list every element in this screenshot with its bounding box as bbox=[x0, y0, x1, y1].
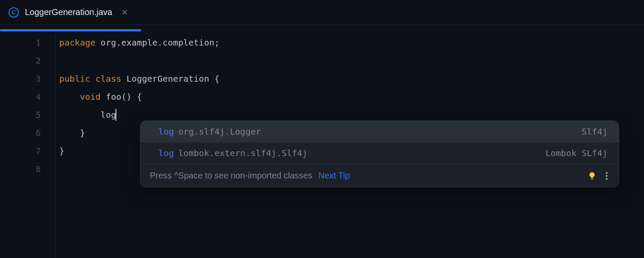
completion-item-tail: Lombok SLf4j bbox=[546, 142, 608, 164]
class-file-icon: C bbox=[9, 7, 19, 18]
completion-item-key: log bbox=[158, 121, 174, 142]
completion-item-key: log bbox=[158, 142, 174, 164]
completion-hint: Press ^Space to see non-imported classes bbox=[150, 171, 312, 181]
more-options-icon[interactable] bbox=[602, 171, 611, 181]
line-number-gutter: 1 2 3 4 5 6 7 8 bbox=[0, 34, 56, 258]
completion-footer: Press ^Space to see non-imported classes… bbox=[140, 164, 619, 187]
completion-popup: log org.slf4j.Logger Slf4j log lombok.ex… bbox=[140, 120, 619, 187]
code-line: public class LoggerGeneration { bbox=[59, 70, 644, 88]
line-number: 7 bbox=[0, 142, 41, 160]
tab-bar: C LoggerGeneration.java ✕ bbox=[0, 0, 644, 25]
next-tip-link[interactable]: Next Tip bbox=[318, 171, 349, 181]
close-tab-icon[interactable]: ✕ bbox=[121, 9, 128, 16]
completion-item[interactable]: log lombok.extern.slf4j.Slf4j Lombok SLf… bbox=[140, 142, 619, 164]
text-caret bbox=[115, 109, 116, 121]
code-editor[interactable]: 1 2 3 4 5 6 7 8 package org.example.comp… bbox=[0, 25, 644, 258]
line-number: 2 bbox=[0, 52, 41, 70]
completion-item-desc: org.slf4j.Logger bbox=[178, 121, 261, 142]
completion-item-desc: lombok.extern.slf4j.Slf4j bbox=[178, 142, 307, 164]
line-number: 1 bbox=[0, 34, 41, 52]
lightbulb-icon[interactable] bbox=[588, 172, 596, 180]
tab-file-active[interactable]: C LoggerGeneration.java ✕ bbox=[0, 0, 138, 25]
code-line: package org.example.completion; bbox=[59, 34, 644, 52]
code-line bbox=[59, 52, 644, 70]
line-number: 8 bbox=[0, 160, 41, 178]
line-number: 6 bbox=[0, 124, 41, 142]
svg-rect-1 bbox=[591, 179, 593, 179]
line-number: 4 bbox=[0, 88, 41, 106]
completion-item-tail: Slf4j bbox=[582, 121, 608, 142]
code-line: void foo() { bbox=[59, 88, 644, 106]
line-number: 5 bbox=[0, 106, 41, 124]
code-area[interactable]: package org.example.completion; public c… bbox=[56, 34, 644, 258]
completion-item[interactable]: log org.slf4j.Logger Slf4j bbox=[140, 121, 619, 142]
svg-rect-0 bbox=[591, 178, 593, 179]
line-number: 3 bbox=[0, 70, 41, 88]
tab-filename: LoggerGeneration.java bbox=[25, 7, 112, 17]
